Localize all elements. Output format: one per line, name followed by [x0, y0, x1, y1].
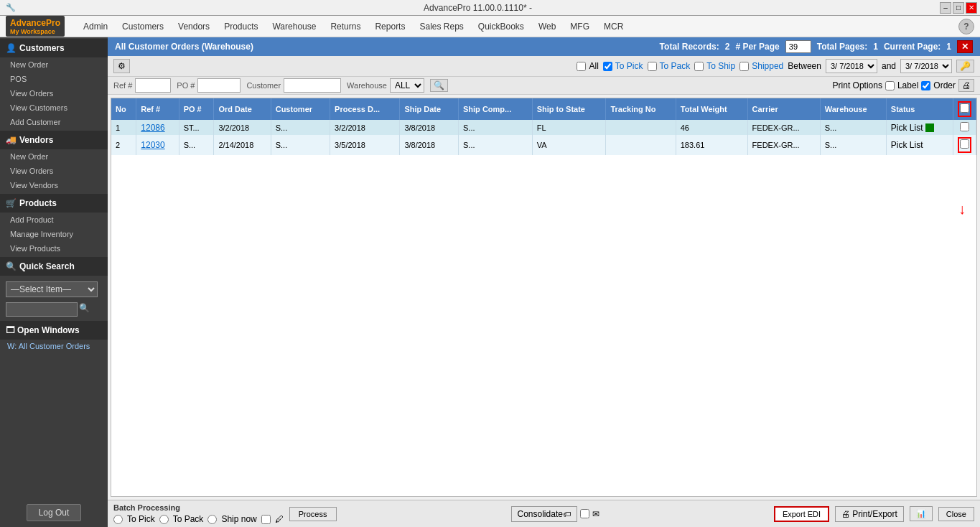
sidebar-item-view-vendors[interactable]: View Vendors	[0, 178, 108, 192]
nav-item-products[interactable]: Products	[217, 17, 265, 36]
main-layout: 👤 Customers New Order POS View Orders Vi…	[0, 37, 980, 527]
col-status: Status	[886, 98, 953, 120]
sidebar-item-new-order-c[interactable]: New Order	[0, 57, 108, 72]
page-header: All Customer Orders (Warehouse) Total Re…	[108, 37, 980, 56]
titlebar: 🔧 AdvancePro 11.00.0.1110* - – □ ✕	[0, 0, 980, 16]
sidebar-item-new-order-v[interactable]: New Order	[0, 149, 108, 164]
window-title: AdvancePro 11.00.0.1110* -	[16, 3, 940, 13]
to-pick-label: To Pick	[615, 61, 643, 71]
label-checkbox[interactable]	[885, 81, 895, 90]
print-export-button[interactable]: 🖨 Print/Export	[835, 506, 904, 522]
print-options-label: Print Options	[833, 80, 882, 90]
sidebar-quick-search-label: Quick Search	[19, 261, 75, 271]
shipped-label: Shipped	[752, 61, 783, 71]
cell-weight-1: 46	[676, 120, 747, 135]
sidebar-products-label: Products	[19, 198, 57, 208]
cell-carrier-1: FEDEX-GR...	[747, 120, 820, 135]
quick-search-icon: 🔍	[79, 303, 90, 313]
warehouse-select[interactable]: ALL	[390, 78, 424, 93]
nav-item-returns[interactable]: Returns	[323, 17, 368, 36]
bottom-bar: Batch Processing To Pick To Pack Ship no…	[108, 500, 980, 527]
sidebar-item-view-orders-v[interactable]: View Orders	[0, 164, 108, 178]
radio-ship-now[interactable]	[207, 515, 217, 524]
row-checkbox-1[interactable]	[960, 122, 969, 131]
help-button[interactable]: ?	[958, 19, 974, 34]
sidebar-item-view-products[interactable]: View Products	[0, 241, 108, 256]
all-checkbox[interactable]	[577, 62, 586, 71]
nav-item-quickbooks[interactable]: QuickBooks	[471, 17, 531, 36]
sidebar-item-view-orders-c[interactable]: View Orders	[0, 86, 108, 101]
sidebar-item-pos[interactable]: POS	[0, 72, 108, 86]
nav-item-mcr[interactable]: MCR	[597, 17, 630, 36]
export-edi-button[interactable]: Export EDI	[774, 506, 829, 522]
settings-button[interactable]: ⚙	[113, 59, 130, 73]
logout-button[interactable]: Log Out	[27, 504, 82, 521]
cell-ord-date-2: 2/14/2018	[214, 135, 271, 155]
ref-link-2[interactable]: 12030	[141, 140, 164, 150]
nav-item-vendors[interactable]: Vendors	[171, 17, 217, 36]
select-all-container	[958, 101, 971, 117]
clear-button[interactable]: ✕	[957, 40, 973, 53]
order-checkbox[interactable]	[921, 81, 930, 90]
print-button[interactable]: 🖨	[958, 79, 974, 92]
close-window-button[interactable]: Close	[938, 507, 974, 521]
sidebar-item-manage-inventory[interactable]: Manage Inventory	[0, 227, 108, 241]
open-window-all-customer-orders[interactable]: W: All Customer Orders	[0, 340, 108, 353]
nav-item-web[interactable]: Web	[531, 17, 563, 36]
nav-item-warehouse[interactable]: Warehouse	[265, 17, 323, 36]
minimize-btn[interactable]: –	[940, 2, 951, 14]
date-search-button[interactable]: 🔑	[956, 60, 974, 73]
sidebar-item-add-product[interactable]: Add Product	[0, 213, 108, 227]
sidebar-item-view-customers[interactable]: View Customers	[0, 101, 108, 115]
date-to-select[interactable]: 3/ 7/2018	[900, 59, 952, 73]
cell-ord-date-1: 3/2/2018	[214, 120, 271, 135]
ref-input[interactable]	[135, 78, 171, 93]
select-all-checkbox[interactable]	[960, 103, 969, 113]
sidebar-item-add-customer[interactable]: Add Customer	[0, 115, 108, 129]
nav-item-reports[interactable]: Reports	[368, 17, 412, 36]
truck-icon: 🚚	[6, 135, 17, 145]
quick-search-input[interactable]	[6, 302, 78, 317]
consolidate-checkbox[interactable]	[580, 509, 589, 518]
cell-check-2	[953, 135, 976, 155]
cell-ship-state-1: FL	[532, 120, 606, 135]
to-pack-label: To Pack	[660, 61, 691, 71]
maximize-btn[interactable]: □	[953, 2, 964, 14]
content-area: All Customer Orders (Warehouse) Total Re…	[108, 37, 980, 527]
filter-bar: ⚙ All To Pick To Pack	[108, 56, 980, 77]
radio-to-pick[interactable]	[113, 515, 123, 524]
printer-icon: 🖨	[841, 509, 850, 519]
po-input[interactable]	[197, 78, 241, 93]
radio-to-pack[interactable]	[159, 515, 169, 524]
process-button[interactable]: Process	[289, 507, 337, 521]
shipped-checkbox[interactable]	[739, 62, 749, 71]
quick-search-select[interactable]: —Select Item—	[6, 281, 98, 297]
to-pack-checkbox[interactable]	[648, 62, 657, 71]
date-from-select[interactable]: 3/ 7/2018	[826, 59, 877, 73]
col-process-date: Process D...	[330, 98, 400, 120]
another-btn[interactable]: 📊	[910, 506, 933, 521]
nav-item-salesreps[interactable]: Sales Reps	[412, 17, 470, 36]
ref-link-1[interactable]: 12086	[141, 123, 164, 133]
all-label: All	[589, 61, 598, 71]
cell-check-1	[953, 120, 976, 135]
consolidate-button[interactable]: Consolidate🏷	[511, 506, 577, 522]
batch-extra-checkbox[interactable]	[261, 515, 271, 524]
nav-item-mfg[interactable]: MFG	[563, 17, 597, 36]
close-btn[interactable]: ✕	[966, 2, 977, 14]
col-weight: Total Weight	[676, 98, 747, 120]
logo-accent: Pro	[46, 18, 60, 28]
cell-warehouse-2: S...	[820, 135, 886, 155]
to-pick-checkbox[interactable]	[603, 62, 612, 71]
person-icon: 👤	[6, 43, 17, 53]
to-ship-checkbox[interactable]	[694, 62, 704, 71]
customer-input[interactable]	[284, 78, 341, 93]
per-page-input[interactable]	[785, 40, 811, 53]
row-checkbox-2[interactable]	[960, 139, 969, 149]
filter-search-button[interactable]: 🔍	[430, 79, 448, 92]
status-cell-1: Pick List	[891, 123, 948, 133]
cell-tracking-2	[606, 135, 676, 155]
nav-item-admin[interactable]: Admin	[76, 17, 115, 36]
order-label: Order	[933, 80, 956, 90]
nav-item-customers[interactable]: Customers	[115, 17, 171, 36]
